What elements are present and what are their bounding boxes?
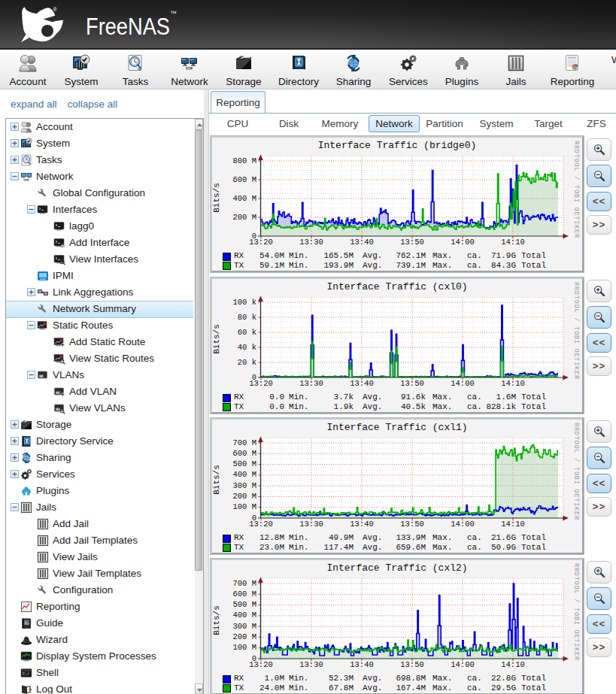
svg-text:VL: VL: [56, 408, 59, 411]
svg-text:®: ®: [53, 7, 58, 12]
svg-text:VL: VL: [56, 392, 59, 395]
svg-text:FreeNAS: FreeNAS: [86, 14, 170, 40]
svg-text:C:/: C:/: [23, 672, 29, 677]
svg-text:™: ™: [170, 10, 177, 17]
svg-text:VL: VL: [39, 375, 42, 378]
